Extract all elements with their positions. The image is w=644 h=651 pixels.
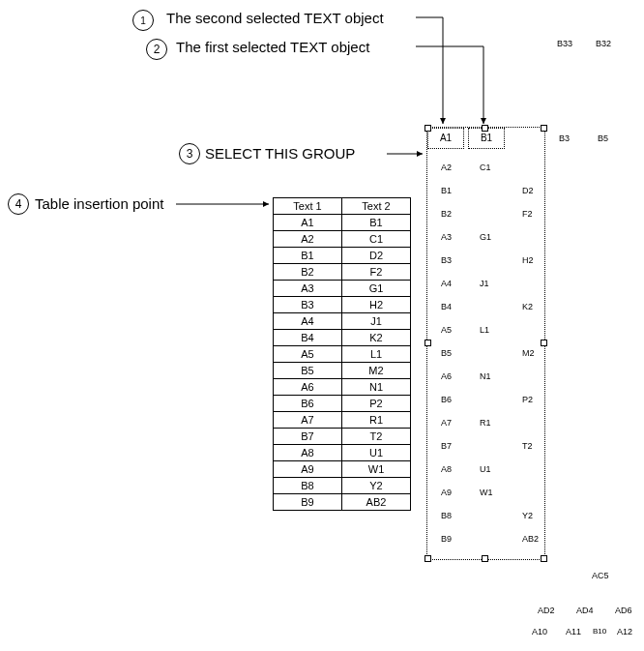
table-cell: A2 xyxy=(274,231,342,248)
callout-circle-4: 4 xyxy=(8,193,29,215)
group-text: A9 xyxy=(441,488,452,497)
table-cell: U1 xyxy=(342,445,411,461)
group-text: A3 xyxy=(441,232,452,242)
table-cell: B3 xyxy=(274,297,342,313)
table-cell: B9 xyxy=(274,494,342,511)
table-cell: R1 xyxy=(342,412,411,429)
table-cell: H2 xyxy=(342,297,411,313)
group-text: L1 xyxy=(480,325,489,335)
table-row: B6P2 xyxy=(274,396,411,412)
table-row: A6N1 xyxy=(274,379,411,396)
callout-number-1: 1 xyxy=(140,15,146,26)
outside-label-ac5: AC5 xyxy=(592,571,609,580)
table-cell: M2 xyxy=(342,363,411,379)
group-text: T2 xyxy=(522,441,533,451)
group-text: N1 xyxy=(480,371,491,381)
group-text: G1 xyxy=(480,232,491,242)
table-cell: Y2 xyxy=(342,478,411,494)
table-cell: B5 xyxy=(274,363,342,379)
callout-number-4: 4 xyxy=(15,197,22,211)
outside-label-b5: B5 xyxy=(598,133,608,143)
group-text: H2 xyxy=(522,255,534,265)
group-text: M2 xyxy=(522,348,535,358)
callout-label-1: The second selected TEXT object xyxy=(166,10,384,26)
outside-label-a11: A11 xyxy=(566,627,581,636)
table-cell: A9 xyxy=(274,461,342,478)
table-row: B8Y2 xyxy=(274,478,411,494)
group-text: A7 xyxy=(441,418,452,428)
table-row: B7T2 xyxy=(274,429,411,445)
group-text: R1 xyxy=(480,418,491,428)
table-cell: A3 xyxy=(274,281,342,297)
table-cell: K2 xyxy=(342,330,411,346)
table-row: A8U1 xyxy=(274,445,411,461)
table-row: A3G1 xyxy=(274,281,411,297)
group-text: B9 xyxy=(441,534,452,544)
table-header-2: Text 2 xyxy=(342,198,411,215)
group-text: B8 xyxy=(441,511,452,520)
table-cell: L1 xyxy=(342,346,411,363)
table-row: A7R1 xyxy=(274,412,411,429)
callout-number-3: 3 xyxy=(187,147,193,161)
group-text: D2 xyxy=(522,186,534,195)
group-text: A2 xyxy=(441,163,452,172)
table-cell: B7 xyxy=(274,429,342,445)
callout-number-2: 2 xyxy=(154,43,161,56)
group-text: J1 xyxy=(480,279,489,288)
group-text: C1 xyxy=(480,163,491,172)
outside-label-b33: B33 xyxy=(557,39,572,48)
group-text: AB2 xyxy=(522,534,539,544)
callout-circle-3: 3 xyxy=(179,143,200,164)
outside-label-a10: A10 xyxy=(532,627,547,636)
table-cell: A8 xyxy=(274,445,342,461)
group-text: F2 xyxy=(522,209,533,219)
table-cell: B1 xyxy=(342,215,411,231)
group-text: B3 xyxy=(441,255,452,265)
group-text: Y2 xyxy=(522,511,533,520)
outside-label-b10: B10 xyxy=(593,627,606,636)
group-text: A5 xyxy=(441,325,452,335)
outside-label-a12: A12 xyxy=(617,627,632,636)
table-cell: B6 xyxy=(274,396,342,412)
group-text: W1 xyxy=(480,488,493,497)
table-cell: A7 xyxy=(274,412,342,429)
outside-label-ad4: AD4 xyxy=(576,606,594,615)
group-text: A8 xyxy=(441,464,452,474)
table-cell: P2 xyxy=(342,396,411,412)
table-cell: T2 xyxy=(342,429,411,445)
table-row: A1B1 xyxy=(274,215,411,231)
table-cell: J1 xyxy=(342,313,411,330)
table-cell: W1 xyxy=(342,461,411,478)
table-row: B9AB2 xyxy=(274,494,411,511)
table-row: B1D2 xyxy=(274,248,411,264)
group-text: A4 xyxy=(441,279,452,288)
group-text: A6 xyxy=(441,371,452,381)
table-row: B2F2 xyxy=(274,264,411,281)
table-header-1: Text 1 xyxy=(274,198,342,215)
table-cell: A4 xyxy=(274,313,342,330)
callout-circle-2: 2 xyxy=(146,39,167,60)
group-text: B1 xyxy=(441,186,452,195)
result-table: Text 1 Text 2 A1B1A2C1B1D2B2F2A3G1B3H2A4… xyxy=(273,197,411,511)
group-text: B6 xyxy=(441,395,452,404)
table-row: A9W1 xyxy=(274,461,411,478)
outside-label-ad2: AD2 xyxy=(538,606,555,615)
table-row: A2C1 xyxy=(274,231,411,248)
table-cell: A1 xyxy=(274,215,342,231)
table-header-row: Text 1 Text 2 xyxy=(274,198,411,215)
callout-label-4: Table insertion point xyxy=(35,195,163,212)
table-row: A4J1 xyxy=(274,313,411,330)
group-text: P2 xyxy=(522,395,533,404)
table-row: B3H2 xyxy=(274,297,411,313)
table-cell: A5 xyxy=(274,346,342,363)
table-row: B4K2 xyxy=(274,330,411,346)
table-cell: N1 xyxy=(342,379,411,396)
table-cell: A6 xyxy=(274,379,342,396)
table-row: A5L1 xyxy=(274,346,411,363)
table-row: B5M2 xyxy=(274,363,411,379)
table-cell: G1 xyxy=(342,281,411,297)
outside-label-ad6: AD6 xyxy=(615,606,632,615)
table-cell: B4 xyxy=(274,330,342,346)
callout-circle-1: 1 xyxy=(132,10,154,31)
table-cell: D2 xyxy=(342,248,411,264)
